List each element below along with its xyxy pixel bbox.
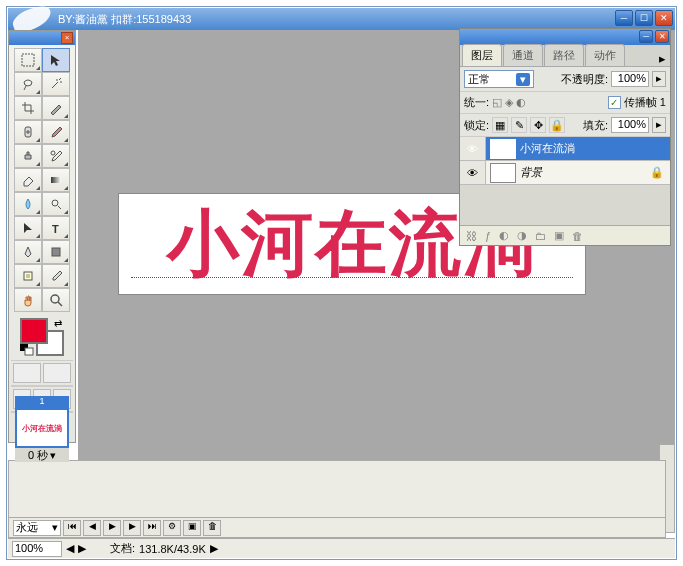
new-layer-icon[interactable]: ▣ bbox=[554, 229, 564, 242]
quickmask-mode-button[interactable] bbox=[43, 363, 71, 383]
play-button[interactable]: ▶ bbox=[103, 520, 121, 536]
status-bar: 100% ◀ ▶ 文档: 131.8K/43.9K ▶ bbox=[8, 538, 675, 558]
notes-tool[interactable] bbox=[14, 264, 42, 288]
watermark-text: BY:酱油黨 扣群:155189433 bbox=[58, 12, 191, 27]
foreground-color-swatch[interactable] bbox=[20, 318, 48, 344]
history-brush-tool[interactable] bbox=[42, 144, 70, 168]
duplicate-frame-button[interactable]: ▣ bbox=[183, 520, 201, 536]
panel-close-button[interactable]: ✕ bbox=[655, 30, 669, 43]
path-selection-tool[interactable] bbox=[14, 216, 42, 240]
clone-stamp-tool[interactable] bbox=[14, 144, 42, 168]
lock-position-icon[interactable]: ✥ bbox=[530, 117, 546, 133]
fill-input[interactable]: 100% bbox=[611, 117, 649, 133]
fill-flyout[interactable]: ▸ bbox=[652, 117, 666, 133]
toolbox-titlebar[interactable]: × bbox=[9, 31, 75, 45]
delete-frame-button[interactable]: 🗑 bbox=[203, 520, 221, 536]
doc-info: 131.8K/43.9K bbox=[139, 543, 206, 555]
layer-style-icon[interactable]: ƒ bbox=[485, 230, 491, 242]
opacity-flyout[interactable]: ▸ bbox=[652, 71, 666, 87]
layer-row[interactable]: 👁 背景 🔒 bbox=[460, 161, 670, 185]
lock-transparency-icon[interactable]: ▦ bbox=[492, 117, 508, 133]
tab-layers[interactable]: 图层 bbox=[462, 44, 502, 66]
nav-right-icon[interactable]: ▶ bbox=[78, 542, 86, 555]
delete-layer-icon[interactable]: 🗑 bbox=[572, 230, 583, 242]
layer-thumbnail bbox=[490, 163, 516, 183]
visibility-toggle-icon[interactable]: 👁 bbox=[460, 137, 486, 160]
doc-info-flyout[interactable]: ▶ bbox=[210, 542, 218, 555]
svg-rect-0 bbox=[22, 54, 34, 66]
default-colors-icon[interactable] bbox=[20, 344, 34, 356]
svg-text:T: T bbox=[52, 223, 59, 235]
frame-delay[interactable]: 0 秒▾ bbox=[15, 448, 69, 462]
tab-actions[interactable]: 动作 bbox=[585, 44, 625, 66]
propagate-checkbox[interactable]: ✓ bbox=[608, 96, 621, 109]
title-bar: BY:酱油黨 扣群:155189433 ─ ☐ ✕ bbox=[8, 8, 675, 30]
slice-tool[interactable] bbox=[42, 96, 70, 120]
lock-all-icon[interactable]: 🔒 bbox=[549, 117, 565, 133]
panel-titlebar[interactable]: ─ ✕ bbox=[460, 29, 670, 45]
eraser-tool[interactable] bbox=[14, 168, 42, 192]
toolbox-close-button[interactable]: × bbox=[61, 32, 73, 44]
nav-left-icon[interactable]: ◀ bbox=[66, 542, 74, 555]
prev-frame-button[interactable]: ◀ bbox=[83, 520, 101, 536]
marquee-tool[interactable] bbox=[14, 48, 42, 72]
pen-tool[interactable] bbox=[14, 240, 42, 264]
frame-thumbnail[interactable]: 小河在流淌 bbox=[15, 408, 69, 448]
dodge-tool[interactable] bbox=[42, 192, 70, 216]
unify-style-icon[interactable]: ◐ bbox=[516, 96, 526, 109]
unify-visibility-icon[interactable]: ◈ bbox=[505, 96, 513, 109]
layer-name[interactable]: 背景 bbox=[520, 165, 542, 180]
shape-tool[interactable] bbox=[42, 240, 70, 264]
tween-button[interactable]: ⚙ bbox=[163, 520, 181, 536]
tab-paths[interactable]: 路径 bbox=[544, 44, 584, 66]
svg-point-4 bbox=[52, 200, 58, 206]
svg-rect-10 bbox=[25, 348, 33, 355]
blur-tool[interactable] bbox=[14, 192, 42, 216]
unite-label: 统一: bbox=[464, 95, 489, 110]
healing-brush-tool[interactable] bbox=[14, 120, 42, 144]
layer-mask-icon[interactable]: ◐ bbox=[499, 229, 509, 242]
gradient-tool[interactable] bbox=[42, 168, 70, 192]
hand-tool[interactable] bbox=[14, 288, 42, 312]
animation-panel: 1 小河在流淌 0 秒▾ 永远▾ ⏮ ◀ ▶ ▶ ⏭ ⚙ ▣ 🗑 bbox=[8, 460, 666, 538]
lasso-tool[interactable] bbox=[14, 72, 42, 96]
blend-mode-select[interactable]: 正常▾ bbox=[464, 70, 534, 88]
panel-menu-icon[interactable]: ▸ bbox=[654, 51, 670, 66]
frame-number: 1 bbox=[15, 396, 69, 408]
move-tool[interactable] bbox=[42, 48, 70, 72]
standard-mode-button[interactable] bbox=[13, 363, 41, 383]
eyedropper-tool[interactable] bbox=[42, 264, 70, 288]
panel-minimize-button[interactable]: ─ bbox=[639, 30, 653, 43]
visibility-toggle-icon[interactable]: 👁 bbox=[460, 161, 486, 184]
layer-name[interactable]: 小河在流淌 bbox=[520, 141, 575, 156]
unify-position-icon[interactable]: ◱ bbox=[492, 96, 502, 109]
tab-channels[interactable]: 通道 bbox=[503, 44, 543, 66]
layer-row[interactable]: 👁 T 小河在流淌 bbox=[460, 137, 670, 161]
type-tool[interactable]: T bbox=[42, 216, 70, 240]
next-frame-button[interactable]: ▶ bbox=[123, 520, 141, 536]
first-frame-button[interactable]: ⏮ bbox=[63, 520, 81, 536]
new-group-icon[interactable]: 🗀 bbox=[535, 230, 546, 242]
magic-wand-tool[interactable] bbox=[42, 72, 70, 96]
animation-frame[interactable]: 1 小河在流淌 0 秒▾ bbox=[15, 396, 69, 462]
layer-type-icon: T bbox=[490, 139, 516, 159]
crop-tool[interactable] bbox=[14, 96, 42, 120]
doc-label: 文档: bbox=[110, 541, 135, 556]
brush-tool[interactable] bbox=[42, 120, 70, 144]
loop-select[interactable]: 永远▾ bbox=[13, 520, 61, 536]
swap-colors-icon[interactable]: ⇄ bbox=[54, 318, 62, 329]
lock-pixels-icon[interactable]: ✎ bbox=[511, 117, 527, 133]
fill-label: 填充: bbox=[583, 118, 608, 133]
maximize-button[interactable]: ☐ bbox=[635, 10, 653, 26]
link-layers-icon[interactable]: ⛓ bbox=[466, 230, 477, 242]
last-frame-button[interactable]: ⏭ bbox=[143, 520, 161, 536]
zoom-tool[interactable] bbox=[42, 288, 70, 312]
svg-point-2 bbox=[51, 151, 55, 155]
minimize-button[interactable]: ─ bbox=[615, 10, 633, 26]
layers-list: 👁 T 小河在流淌 👁 背景 🔒 bbox=[460, 137, 670, 225]
close-button[interactable]: ✕ bbox=[655, 10, 673, 26]
adjustment-layer-icon[interactable]: ◑ bbox=[517, 229, 527, 242]
zoom-input[interactable]: 100% bbox=[12, 541, 62, 557]
opacity-input[interactable]: 100% bbox=[611, 71, 649, 87]
toolbox-panel: × T bbox=[8, 30, 76, 443]
